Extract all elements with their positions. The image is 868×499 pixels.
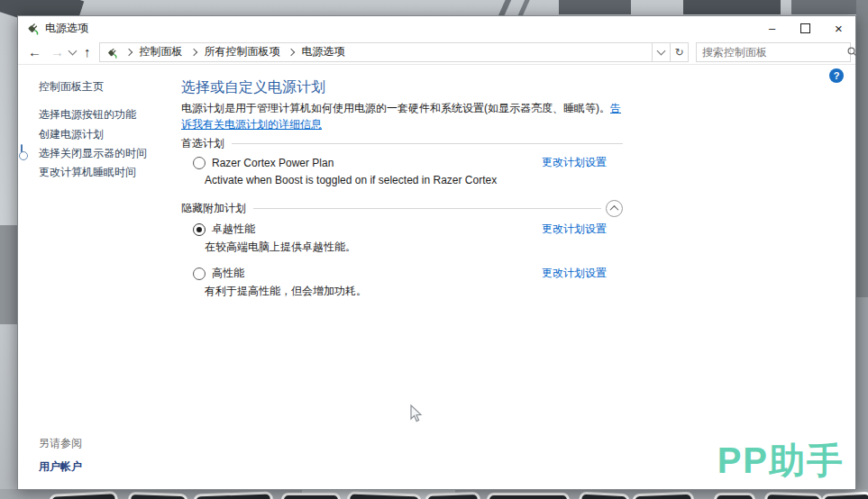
section-preferred-plans-header: 首选计划 <box>181 136 623 151</box>
page-description: 电源计划是用于管理计算机如何使用电源的一套硬件和系统设置(如显示器亮度、睡眠等)… <box>181 100 623 132</box>
up-button[interactable]: ↑ <box>79 45 96 59</box>
plan-row-razer-cortex: Razer Cortex Power Plan 更改计划设置 <box>193 155 607 170</box>
plan-description: 有利于提高性能，但会增加功耗。 <box>205 284 367 299</box>
section-title: 隐藏附加计划 <box>181 201 246 216</box>
window-title: 电源选项 <box>45 21 88 36</box>
background-watermark-glyph <box>763 492 822 499</box>
sidebar-item-label: 更改计算机睡眠时间 <box>39 166 136 178</box>
desktop: 电源选项 – × ← → ↑ 控制面板 <box>0 0 868 499</box>
desktop-background <box>683 0 781 14</box>
background-watermark-glyph <box>632 492 694 499</box>
plan-row-high-performance: 高性能 更改计划设置 <box>193 266 607 281</box>
background-watermark-glyph <box>714 493 755 499</box>
plan-name: 卓越性能 <box>212 222 542 237</box>
section-rule <box>232 143 623 144</box>
plan-name: 高性能 <box>212 266 542 281</box>
dropdown-chevron-icon <box>657 47 666 56</box>
forward-button[interactable]: → <box>46 45 69 59</box>
magnifier-icon <box>847 47 857 57</box>
change-plan-settings-link[interactable]: 更改计划设置 <box>542 222 607 237</box>
back-button[interactable]: ← <box>23 45 46 59</box>
minimize-button[interactable]: – <box>755 16 789 40</box>
radio-razer-cortex[interactable] <box>193 157 206 169</box>
see-also-user-accounts-link[interactable]: 用户帐户 <box>39 459 82 475</box>
help-button[interactable]: ? <box>829 68 844 83</box>
breadcrumb-power-options[interactable]: 电源选项 <box>302 44 345 59</box>
background-watermark-glyph <box>127 492 187 499</box>
desktop-background <box>856 297 868 499</box>
section-title: 首选计划 <box>181 136 224 151</box>
page-title: 选择或自定义电源计划 <box>181 78 325 97</box>
plan-row-ultimate-performance: 卓越性能 更改计划设置 <box>193 222 607 237</box>
address-bar[interactable]: 控制面板 所有控制面板项 电源选项 <box>99 42 653 62</box>
close-button[interactable]: × <box>822 16 855 40</box>
desktop-background <box>856 0 868 297</box>
breadcrumb-all-items[interactable]: 所有控制面板项 <box>205 44 280 59</box>
background-watermark-glyph <box>487 493 570 499</box>
plan-description: Activate when Boost is toggled on if sel… <box>205 174 497 186</box>
collapse-chevron-icon <box>610 205 619 214</box>
power-plug-icon <box>25 21 40 35</box>
radio-high-performance[interactable] <box>193 268 206 280</box>
background-watermark-glyph <box>281 493 341 499</box>
sidebar-item-label: 选择关闭显示器的时间 <box>39 147 147 159</box>
radio-ultimate-performance[interactable] <box>193 223 206 236</box>
desktop-background <box>559 0 631 14</box>
background-watermark-glyph <box>425 492 480 499</box>
recent-pages-chevron-icon[interactable] <box>69 47 78 56</box>
sidebar-item-control-panel-home[interactable]: 控制面板主页 <box>21 79 104 95</box>
breadcrumb-separator-icon <box>287 48 294 55</box>
navigation-toolbar: ← → ↑ 控制面板 所有控制面板项 电源选项 <box>18 40 855 65</box>
refresh-button[interactable]: ↻ <box>671 42 689 62</box>
section-rule <box>253 208 601 209</box>
breadcrumb-control-panel[interactable]: 控制面板 <box>140 44 183 59</box>
sleep-icon <box>21 164 34 176</box>
search-input[interactable] <box>697 46 847 59</box>
breadcrumb-separator-icon <box>124 48 132 55</box>
sidebar-item-power-buttons[interactable]: 选择电源按钮的功能 <box>21 107 136 122</box>
desktop-background <box>0 225 17 324</box>
breadcrumb-separator-icon <box>189 48 196 55</box>
mouse-cursor <box>410 404 425 424</box>
power-plug-icon <box>105 46 118 59</box>
power-options-window: 电源选项 – × ← → ↑ 控制面板 <box>17 15 856 490</box>
collapse-section-button[interactable] <box>606 200 623 217</box>
description-text: 电源计划是用于管理计算机如何使用电源的一套硬件和系统设置(如显示器亮度、睡眠等)… <box>181 102 610 114</box>
maximize-icon <box>800 23 810 33</box>
see-also-header: 另请参阅 <box>39 436 82 451</box>
change-plan-settings-link[interactable]: 更改计划设置 <box>542 266 607 281</box>
plan-name: Razer Cortex Power Plan <box>212 157 542 169</box>
search-box[interactable] <box>696 42 851 62</box>
address-dropdown-button[interactable] <box>653 42 671 62</box>
pp-assistant-watermark: PP助手 <box>717 436 845 485</box>
sidebar-item-sleep-time[interactable]: 更改计算机睡眠时间 <box>21 165 136 180</box>
sidebar-item-create-plan[interactable]: 创建电源计划 <box>21 127 104 142</box>
section-hidden-plans-header: 隐藏附加计划 <box>181 200 623 217</box>
sidebar-item-display-off-time[interactable]: 选择关闭显示器的时间 <box>21 146 147 161</box>
title-bar[interactable]: 电源选项 – × <box>18 16 855 40</box>
change-plan-settings-link[interactable]: 更改计划设置 <box>542 155 607 170</box>
plan-description: 在较高端电脑上提供卓越性能。 <box>205 240 356 255</box>
display-clock-icon <box>21 145 34 157</box>
maximize-button[interactable] <box>789 16 822 40</box>
